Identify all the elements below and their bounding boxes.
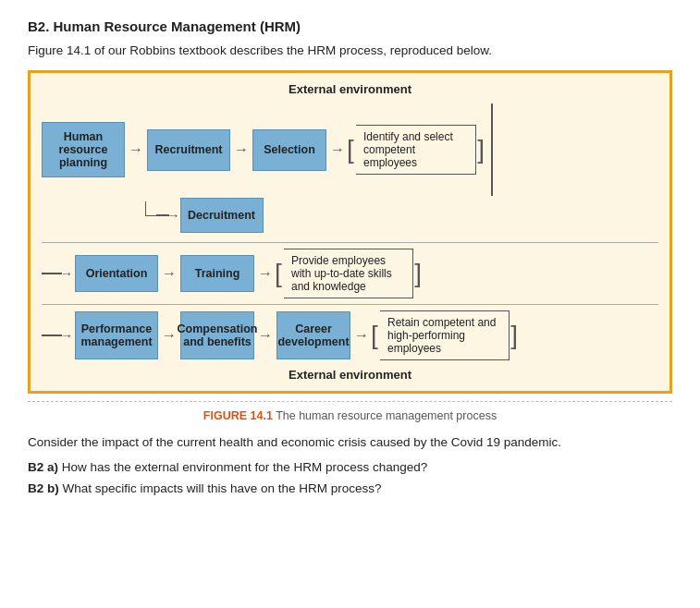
retain-box: Retain competent and high-performing emp… [380, 310, 510, 360]
hrm-diagram: External environment Human resource plan… [28, 70, 672, 394]
figure-caption: FIGURE 14.1 The human resource managemen… [28, 401, 672, 422]
figure-caption-desc: The human resource management process [276, 409, 497, 422]
arrow-compensation-career: → [254, 327, 276, 344]
compensation-box: Compensation and benefits [180, 311, 254, 359]
career-box: Career development [276, 311, 350, 359]
performance-box: Performance management [75, 311, 158, 359]
figure-label: FIGURE 14.1 [203, 409, 273, 422]
page-heading: B2. Human Resource Management (HRM) [28, 18, 672, 34]
mid-row: → Orientation → Training → Provide emplo… [42, 249, 658, 298]
question-a-text: How has the external environment for the… [58, 460, 427, 474]
arrow-recruitment-selection: → [230, 141, 252, 158]
arrow-training-provide: → [254, 265, 276, 282]
training-box: Training [180, 255, 254, 292]
question-a: B2 a) How has the external environment f… [28, 460, 672, 474]
selection-box: Selection [252, 129, 326, 171]
divider-2 [42, 304, 658, 305]
hrp-box: Human resource planning [42, 122, 125, 177]
bot-row: → Performance management → Compensation … [42, 310, 658, 360]
provide-box: Provide employees with up-to-date skills… [284, 249, 413, 298]
arrow-orientation-training: → [158, 265, 180, 282]
arrow-selection-identify: → [326, 141, 349, 158]
orientation-box: Orientation [75, 255, 158, 292]
decruitment-box: Decruitment [180, 198, 264, 233]
question-b: B2 b) What specific impacts will this ha… [28, 481, 672, 495]
divider-1 [42, 242, 658, 243]
question-intro: Consider the impact of the current healt… [28, 435, 672, 449]
question-b-text: What specific impacts will this have on … [59, 481, 382, 495]
ext-env-top-label: External environment [42, 82, 658, 96]
identify-box: Identify and select competent employees [356, 125, 476, 175]
question-a-label: B2 a) [28, 460, 58, 474]
intro-paragraph: Figure 14.1 of our Robbins textbook desc… [28, 43, 672, 57]
ext-env-bottom-label: External environment [42, 368, 658, 382]
question-b-label: B2 b) [28, 481, 59, 495]
arrow-career-retain: → [350, 327, 373, 344]
recruitment-box: Recruitment [147, 129, 230, 171]
decruitment-row: → Decruitment [143, 198, 658, 233]
arrow-hrp-recruitment: → [125, 141, 147, 158]
